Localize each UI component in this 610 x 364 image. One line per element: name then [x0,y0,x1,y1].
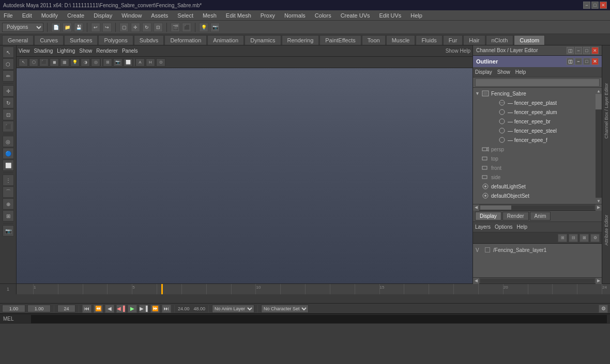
le-scroll-left-arrow[interactable]: ◀ [473,278,479,284]
playback-start-field[interactable] [2,305,25,312]
tab-fur[interactable]: Fur [443,35,463,45]
vp-aa-icon[interactable]: A [135,58,145,67]
soft-select-icon[interactable]: ◎ [3,136,14,147]
vp-hud-icon[interactable]: H [146,58,155,67]
save-icon[interactable]: 💾 [74,23,83,32]
tree-item-side[interactable]: side [473,172,596,182]
tab-surfaces[interactable]: Surfaces [64,35,98,45]
le-create-layer-icon[interactable]: ⊞ [558,234,567,242]
tab-ncloth[interactable]: nCloth [486,35,514,45]
timeline-ruler[interactable]: 1 1 5 10 15 2 [0,284,610,294]
outliner-scrollbar-v[interactable]: ▲ ▼ [596,88,602,204]
menu-display[interactable]: Display [92,12,114,19]
camera-icon[interactable]: 📷 [210,23,220,32]
vp-light-icon[interactable]: 💡 [70,58,80,67]
tree-item-default-light-set[interactable]: defaultLightSet [473,182,596,191]
rotate-icon[interactable]: ↻ [142,23,151,32]
snap-to-curve-icon[interactable]: ⌒ [3,186,14,198]
redo-icon[interactable]: ↪ [102,23,112,32]
move-icon[interactable]: ✛ [131,23,140,32]
vp-shaded-icon[interactable]: ◼ [50,58,59,67]
next-key-button[interactable]: ⏩ [150,305,160,313]
camera-tool-icon[interactable]: 📷 [3,225,14,236]
paint-tool-icon[interactable]: ✏ [3,70,14,82]
minimize-button[interactable]: − [583,2,590,9]
playback-settings-button[interactable]: ⚙ [599,305,608,313]
timeline-playhead[interactable] [161,284,163,294]
play-fwd-button[interactable]: ▶ [128,305,137,313]
new-file-icon[interactable]: 📄 [51,23,60,32]
vp-shadow-icon[interactable]: ◑ [81,58,90,67]
le-layer-settings-icon[interactable]: ⚙ [590,234,600,242]
ol-min-button[interactable]: − [575,58,582,65]
vp-texture-icon[interactable]: ▦ [60,58,69,67]
tab-hair[interactable]: Hair [463,35,485,45]
le-tab-render[interactable]: Render [502,212,529,220]
cb-max-button[interactable]: □ [583,47,590,54]
vp-xray-icon[interactable]: ◎ [91,58,100,67]
select-icon[interactable]: ▢ [119,23,129,32]
tab-polygons[interactable]: Polygons [98,35,133,45]
scroll-up-arrow[interactable]: ▲ [596,88,602,94]
tree-item-epee-br[interactable]: — fencer_epee_br [473,117,596,126]
tree-item-persp[interactable]: persp [473,145,596,154]
tree-item-epee-plast[interactable]: — fencer_epee_plast [473,98,596,107]
move-tool-icon[interactable]: ✛ [3,85,14,97]
lasso-tool-icon[interactable]: ⬡ [3,58,14,70]
goto-start-button[interactable]: ⏮ [82,305,91,313]
cb-close-button[interactable]: ✕ [591,47,599,54]
tab-animation[interactable]: Animation [207,35,244,45]
manip-tool-icon[interactable]: ⬛ [3,121,14,132]
outliner-search-input[interactable] [475,78,600,87]
menu-edit-uvs[interactable]: Edit UVs [378,12,403,19]
ol-max-button[interactable]: □ [583,58,590,65]
le-scroll-right-arrow[interactable]: ▶ [596,278,602,284]
play-back-button[interactable]: ◀▐ [116,305,126,313]
le-tab-anim[interactable]: Anim [530,212,551,220]
tab-custom[interactable]: Custom [514,35,545,45]
ol-menu-help[interactable]: Help [515,69,526,75]
ol-menu-show[interactable]: Show [497,69,510,75]
tab-painteffects[interactable]: PaintEffects [319,35,361,45]
menu-colors[interactable]: Colors [313,12,333,19]
menu-create-uvs[interactable]: Create UVs [339,12,372,19]
status-command-input[interactable] [31,315,607,323]
scroll-left-arrow[interactable]: ◀ [473,204,479,211]
snap-to-view-icon[interactable]: ⊞ [3,210,14,221]
render-icon[interactable]: 🎬 [171,23,180,32]
prev-frame-button[interactable]: ◀ [105,305,114,313]
vp-menu-lighting[interactable]: Lighting [57,48,75,54]
tree-item-epee-alum[interactable]: — fencer_epee_alum [473,107,596,117]
ol-close-button[interactable]: ✕ [591,58,599,65]
menu-edit-mesh[interactable]: Edit Mesh [224,12,253,19]
vp-menu-renderer[interactable]: Renderer [96,48,118,54]
undo-icon[interactable]: ↩ [91,23,100,32]
cb-min-button[interactable]: − [575,47,582,54]
tab-dynamics[interactable]: Dynamics [245,35,281,45]
tree-item-default-object-set[interactable]: defaultObjectSet [473,191,596,200]
le-menu-options[interactable]: Options [495,224,512,230]
maximize-button[interactable]: □ [591,2,599,9]
outliner-scrollbar-h[interactable]: ◀ ▶ [473,204,602,210]
menu-create[interactable]: Create [66,12,86,19]
scale-tool-icon[interactable]: ⊡ [3,109,14,120]
vp-isolate-icon[interactable]: ⊙ [156,58,165,67]
menu-normals[interactable]: Normals [283,12,307,19]
tab-deformation[interactable]: Deformation [164,35,207,45]
le-menu-help[interactable]: Help [516,224,527,230]
extrude-icon[interactable]: ⬜ [3,160,14,171]
snap-to-grid-icon[interactable]: ⋮ [3,175,14,186]
cb-float-button[interactable]: ◫ [567,47,574,54]
open-file-icon[interactable]: 📁 [63,23,72,32]
select-tool-icon[interactable]: ↖ [3,46,14,58]
tab-muscle[interactable]: Muscle [386,35,416,45]
tree-item-epee-steel[interactable]: — fencer_epee_steel [473,126,596,135]
h-scroll-thumb[interactable] [480,205,511,210]
workspace-dropdown[interactable]: Polygons Animation Rendering [2,23,43,32]
scroll-right-arrow[interactable]: ▶ [596,204,602,211]
tree-item-front[interactable]: front [473,163,596,172]
tab-rendering[interactable]: Rendering [282,35,319,45]
vp-resolution-icon[interactable]: ⬜ [124,58,133,67]
tree-item-fencing-sabre[interactable]: ▼ Fencing_Sabre [473,89,596,98]
le-delete-layer-icon[interactable]: ⊠ [580,234,589,242]
